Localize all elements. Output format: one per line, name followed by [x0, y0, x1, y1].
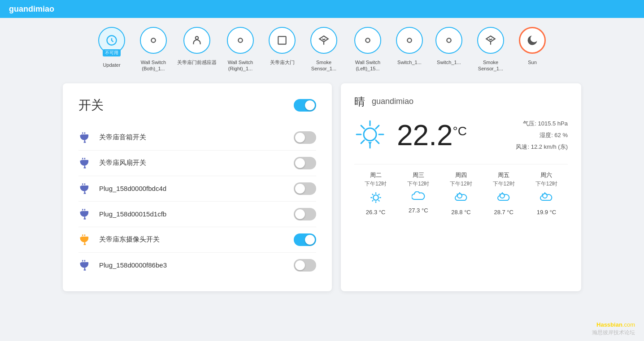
- weather-header: 晴 guandimiao: [354, 95, 568, 109]
- device-item-wall-switch-both[interactable]: Wall Switch (Both)_1...: [133, 27, 174, 72]
- forecast-day-1: 周三: [397, 171, 439, 179]
- switch-row-camera: 关帝庙东摄像头开关: [78, 227, 316, 253]
- switch-label-speaker: 关帝庙音箱开关: [99, 133, 294, 142]
- device-circle-smoke-sensor2: [477, 27, 504, 54]
- toggle-fan-slider: [294, 157, 316, 169]
- toggle-plug3-slider: [294, 259, 316, 272]
- footer-brand-text: Hassbian: [596, 321, 622, 328]
- switch-label-plug1: Plug_158d0000fbdc4d: [99, 185, 294, 192]
- svg-line-26: [372, 200, 373, 201]
- switch-panel: 开关 关帝庙音箱开关 关帝庙风扇开关: [63, 83, 332, 291]
- device-label-wall-switch-left: Wall Switch (Left)_15...: [348, 59, 388, 72]
- forecast-temp-0: 26.3 °C: [354, 209, 397, 216]
- device-item-sun[interactable]: Sun: [514, 27, 550, 65]
- toggle-plug1[interactable]: [294, 182, 316, 195]
- forecast-item-0: 周二 下午12时 26.3 °C: [354, 171, 397, 216]
- forecast-temp-2: 28.8 °C: [439, 209, 482, 216]
- svg-point-2: [196, 36, 199, 39]
- svg-line-30: [457, 194, 458, 194]
- temp-value: 22.2: [397, 119, 453, 151]
- toggle-plug2-slider: [294, 208, 316, 220]
- device-item-smoke-sensor1[interactable]: Smoke Sensor_1...: [304, 27, 344, 72]
- svg-line-14: [376, 140, 379, 143]
- device-item-door-sensor[interactable]: 关帝庙门前感应器: [177, 27, 217, 65]
- svg-line-13: [361, 125, 364, 129]
- forecast-day-4: 周六: [525, 171, 568, 179]
- svg-point-8: [364, 128, 376, 141]
- forecast-icon-0: [354, 191, 397, 207]
- weather-temperature: 22.2°C: [397, 119, 467, 151]
- toggle-speaker[interactable]: [294, 131, 316, 144]
- device-item-smoke-sensor2[interactable]: Smoke Sensor_1...: [470, 27, 511, 72]
- weather-panel: 晴 guandimiao: [341, 83, 581, 291]
- svg-line-16: [361, 140, 364, 143]
- panel-title-text: 开关: [78, 97, 104, 114]
- svg-line-34: [500, 194, 500, 194]
- forecast-day-2: 周四: [439, 171, 482, 179]
- svg-line-15: [376, 125, 379, 129]
- plug-icon-camera: [78, 233, 91, 246]
- weather-humidity: 湿度: 62 %: [516, 129, 568, 141]
- device-circle-door-sensor: [183, 27, 210, 54]
- toggle-plug1-slider: [294, 182, 316, 195]
- toggle-speaker-slider: [294, 131, 316, 144]
- panel-title: 开关: [78, 97, 316, 114]
- device-item-door[interactable]: 关帝庙大门: [264, 27, 300, 65]
- weather-condition: 晴: [354, 95, 365, 109]
- device-circle-updater: 不可用: [98, 27, 125, 54]
- svg-point-3: [238, 38, 242, 42]
- footer-subtitle: 瀚思彼岸技术论坛: [592, 329, 635, 337]
- temp-unit: °C: [453, 124, 467, 138]
- switch-label-plug3: Plug_158d0000f86be3: [99, 261, 294, 269]
- device-circle-wall-switch-left: [354, 27, 381, 54]
- device-item-switch-1a[interactable]: Switch_1...: [392, 27, 427, 65]
- forecast-temp-4: 19.9 °C: [525, 209, 568, 216]
- forecast-day-3: 周五: [483, 171, 525, 179]
- plug-icon-plug3: [78, 259, 91, 272]
- weather-temp-block: 22.2°C: [397, 121, 467, 150]
- svg-point-6: [407, 38, 411, 42]
- main-toggle[interactable]: [294, 99, 316, 112]
- toggle-camera-slider: [294, 233, 316, 246]
- app-title: guandimiao: [9, 4, 54, 14]
- weather-sun-icon: [354, 119, 386, 152]
- device-item-wall-switch-right[interactable]: Wall Switch (Right)_1...: [220, 27, 261, 72]
- svg-point-18: [373, 195, 379, 200]
- weather-wind: 风速: 12.2 km/h (东): [516, 141, 568, 153]
- toggle-plug3[interactable]: [294, 259, 316, 272]
- weather-forecast: 周二 下午12时 26.3 °C 周三 下午12时 27.3 °C 周四 下午1…: [354, 164, 568, 216]
- forecast-item-1: 周三 下午12时 27.3 °C: [397, 171, 439, 216]
- svg-point-1: [151, 38, 155, 42]
- main-content: 开关 关帝庙音箱开关 关帝庙风扇开关: [0, 83, 644, 291]
- forecast-temp-3: 28.7 °C: [483, 209, 525, 216]
- device-circle-wall-switch-right: [227, 27, 254, 54]
- forecast-time-1: 下午12时: [397, 180, 439, 188]
- plug-icon-plug1: [78, 182, 91, 195]
- footer: Hassbian.com 瀚思彼岸技术论坛: [592, 319, 635, 337]
- plug-icon-plug2: [78, 208, 91, 220]
- device-label-updater: Updater: [103, 62, 120, 68]
- device-item-switch-1b[interactable]: Switch_1...: [431, 27, 467, 65]
- switch-row-plug1: Plug_158d0000fbdc4d: [78, 176, 316, 202]
- switch-label-fan: 关帝庙风扇开关: [99, 159, 294, 167]
- device-label-door: 关帝庙大门: [270, 59, 295, 65]
- device-label-wall-switch-both: Wall Switch (Both)_1...: [133, 59, 174, 72]
- toggle-fan[interactable]: [294, 157, 316, 169]
- forecast-icon-3: [483, 191, 525, 207]
- device-label-smoke-sensor2: Smoke Sensor_1...: [470, 59, 511, 72]
- device-item-updater[interactable]: 不可用 Updater: [94, 27, 130, 68]
- toggle-camera[interactable]: [294, 233, 316, 246]
- toggle-plug2[interactable]: [294, 208, 316, 220]
- svg-rect-4: [278, 36, 286, 44]
- svg-marker-17: [368, 142, 372, 145]
- forecast-icon-1: [397, 191, 439, 205]
- footer-brand: Hassbian.com: [592, 319, 635, 329]
- svg-line-38: [542, 194, 543, 194]
- forecast-item-2: 周四 下午12时 28.8 °C: [439, 171, 482, 216]
- device-label-switch-1a: Switch_1...: [397, 59, 422, 65]
- forecast-item-4: 周六 下午12时 19.9 °C: [525, 171, 568, 216]
- device-circle-sun: [519, 27, 546, 54]
- device-item-wall-switch-left[interactable]: Wall Switch (Left)_15...: [348, 27, 388, 72]
- device-circle-door: [269, 27, 296, 54]
- switch-row-plug2: Plug_158d00015d1cfb: [78, 202, 316, 227]
